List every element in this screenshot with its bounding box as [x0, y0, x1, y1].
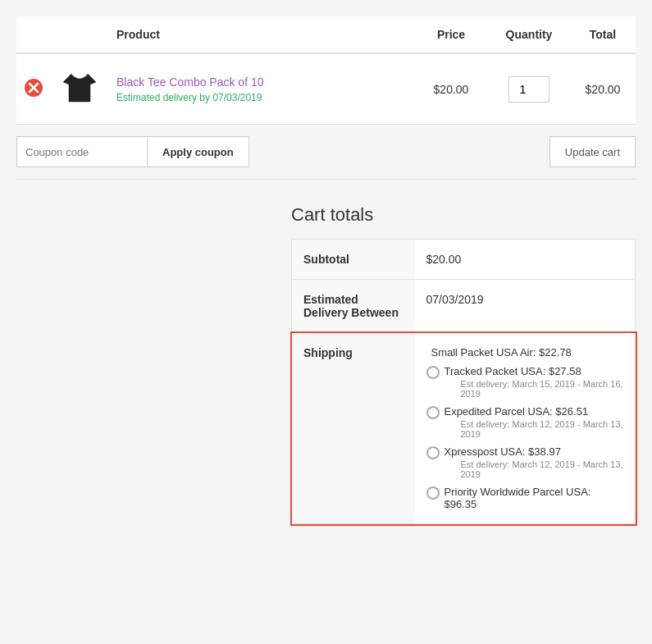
- product-info-cell: Black Tee Combo Pack of 10 Estimated del…: [108, 53, 414, 125]
- delivery-between-label: Estimated Delivery Between: [292, 280, 415, 333]
- shipping-label: Shipping: [292, 333, 415, 524]
- product-image: [59, 67, 100, 108]
- col-header-total: Total: [570, 16, 636, 53]
- col-header-product: Product: [108, 16, 414, 53]
- product-image-cell: [51, 53, 108, 125]
- shipping-row: Shipping Small Packet USA Air: $22.78 Tr…: [292, 333, 636, 524]
- shipping-sublabel-3: Est delivery: March 12, 2019 - March 13,…: [461, 459, 624, 479]
- product-qty-cell: [488, 53, 570, 125]
- col-header-remove: [16, 16, 51, 53]
- coupon-input[interactable]: [16, 136, 148, 167]
- subtotal-value: $20.00: [415, 240, 636, 280]
- cart-totals-box: Cart totals Subtotal $20.00 Estimated De…: [291, 204, 636, 524]
- shipping-option-details-3: Xpresspost USA: $38.97 Est delivery: Mar…: [445, 445, 624, 479]
- shipping-option-label-4: Priority Worldwide Parcel USA:$96.35: [445, 486, 591, 510]
- shipping-option-selected: Small Packet USA Air: $22.78: [426, 346, 624, 359]
- shipping-sublabel-1: Est delivery: March 15, 2019 - March 16,…: [461, 379, 624, 399]
- quantity-input[interactable]: [508, 76, 549, 103]
- product-price: $20.00: [434, 83, 469, 96]
- shipping-option-2: Expedited Parcel USA: $26.51 Est deliver…: [426, 405, 624, 439]
- cart-totals-section: Cart totals Subtotal $20.00 Estimated De…: [16, 204, 636, 524]
- shipping-option-label-1: Tracked Packet USA: $27.58: [445, 365, 624, 377]
- shipping-options-cell: Small Packet USA Air: $22.78 Tracked Pac…: [415, 333, 636, 524]
- col-header-price: Price: [414, 16, 488, 53]
- cart-totals-title: Cart totals: [291, 204, 636, 226]
- shipping-option-details-4: Priority Worldwide Parcel USA:$96.35: [445, 486, 591, 510]
- totals-table: Subtotal $20.00 Estimated Delivery Betwe…: [291, 239, 636, 524]
- product-total-cell: $20.00: [570, 53, 636, 125]
- shipping-option-details-2: Expedited Parcel USA: $26.51 Est deliver…: [445, 405, 624, 439]
- cart-row: Black Tee Combo Pack of 10 Estimated del…: [16, 53, 636, 125]
- coupon-row: Apply coupon Update cart: [16, 125, 636, 180]
- delivery-estimate: Estimated delivery by 07/03/2019: [116, 92, 406, 103]
- col-header-image: [51, 16, 108, 53]
- delivery-between-value: 07/03/2019: [415, 280, 636, 333]
- apply-coupon-button[interactable]: Apply coupon: [148, 136, 249, 167]
- subtotal-row: Subtotal $20.00: [292, 240, 636, 280]
- shipping-option-label-0: Small Packet USA Air: $22.78: [431, 346, 572, 359]
- cart-table: Product Price Quantity Total: [16, 16, 636, 125]
- product-price-cell: $20.00: [414, 53, 488, 125]
- shipping-option-label-3: Xpresspost USA: $38.97: [445, 445, 624, 458]
- product-total: $20.00: [586, 83, 621, 96]
- shipping-sublabel-2: Est delivery: March 12, 2019 - March 13,…: [461, 419, 624, 439]
- delivery-between-row: Estimated Delivery Between 07/03/2019: [292, 280, 636, 333]
- radio-empty-icon-2: [426, 406, 440, 419]
- shipping-option-label-2: Expedited Parcel USA: $26.51: [445, 405, 624, 418]
- coupon-left: Apply coupon: [16, 136, 249, 167]
- radio-empty-icon-1: [426, 366, 440, 379]
- shipping-option-1: Tracked Packet USA: $27.58 Est delivery:…: [426, 365, 624, 399]
- product-name-link[interactable]: Black Tee Combo Pack of 10: [116, 75, 264, 89]
- remove-cell: [16, 53, 51, 125]
- radio-empty-icon-4: [426, 486, 440, 500]
- remove-item-button[interactable]: [25, 79, 43, 99]
- radio-empty-icon-3: [426, 446, 440, 459]
- shipping-option-3: Xpresspost USA: $38.97 Est delivery: Mar…: [426, 445, 624, 479]
- remove-icon: [25, 79, 43, 97]
- col-header-qty: Quantity: [488, 16, 570, 53]
- shipping-option-details-1: Tracked Packet USA: $27.58 Est delivery:…: [445, 365, 624, 399]
- shipping-option-4: Priority Worldwide Parcel USA:$96.35: [426, 486, 624, 510]
- update-cart-button[interactable]: Update cart: [549, 136, 636, 167]
- page-wrapper: Product Price Quantity Total: [0, 0, 652, 644]
- subtotal-label: Subtotal: [292, 240, 415, 280]
